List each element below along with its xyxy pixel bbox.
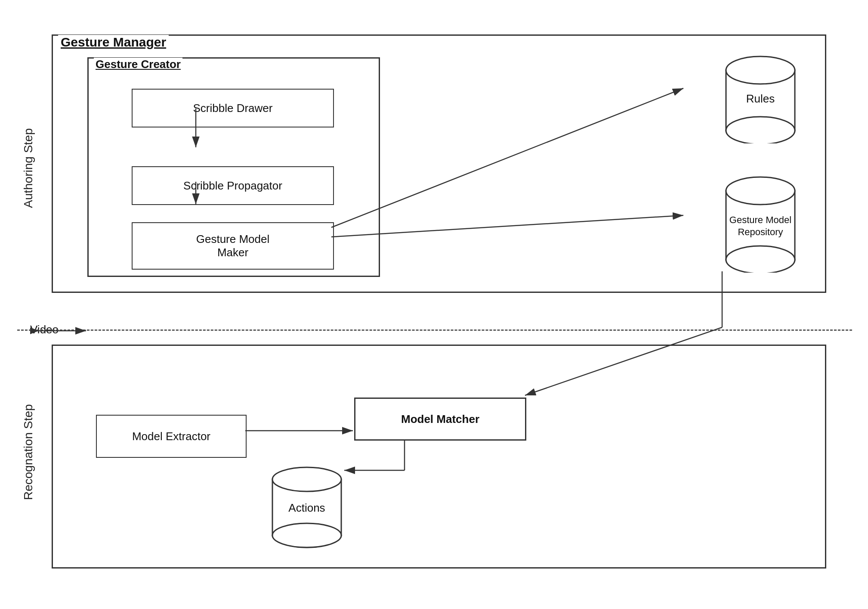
scribble-drawer-box: Scribble Drawer [132,89,334,127]
model-extractor-box: Model Extractor [96,415,247,458]
svg-text:Rules: Rules [746,92,775,105]
svg-rect-3 [726,130,795,143]
gesture-creator-box: Gesture Creator Scribble Drawer Scribble… [87,57,380,277]
model-matcher-box: Model Matcher [354,398,526,441]
gesture-creator-label: Gesture Creator [94,58,182,71]
svg-rect-8 [726,260,795,273]
diagram-container: Authoring Step Recognation Step Video Ge… [17,17,852,594]
svg-point-1 [726,56,795,84]
svg-point-6 [726,177,795,205]
recognition-step-label: Recognation Step [22,345,35,560]
recognition-box: Model Extractor Model Matcher Actions [52,345,826,569]
svg-text:Repository: Repository [738,227,783,237]
svg-point-12 [272,467,341,491]
model-matcher-label: Model Matcher [401,413,479,426]
gesture-model-maker-box: Gesture Model Maker [132,222,334,270]
model-extractor-label: Model Extractor [132,430,210,443]
scribble-drawer-label: Scribble Drawer [193,102,273,115]
scribble-propagator-label: Scribble Propagator [183,179,282,193]
rules-cylinder: Rules [722,49,799,143]
gesture-model-maker-label: Gesture Model Maker [196,233,270,259]
gesture-manager-label: Gesture Manager [58,35,169,50]
authoring-step-label: Authoring Step [22,43,35,293]
svg-text:Gesture Model: Gesture Model [729,214,791,225]
dotted-separator-line [17,329,852,331]
svg-rect-14 [272,535,341,547]
svg-text:Actions: Actions [288,501,325,514]
gesture-model-repository-cylinder: Gesture Model Repository [722,169,799,273]
scribble-propagator-box: Scribble Propagator [132,166,334,205]
actions-cylinder: Actions [268,462,346,548]
gesture-manager-box: Gesture Manager Gesture Creator Scribble… [52,34,826,293]
